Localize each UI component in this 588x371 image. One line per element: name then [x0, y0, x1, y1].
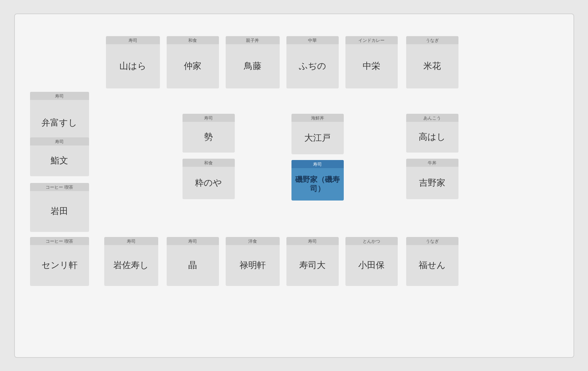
restaurant-name-takahasho: 高はし	[406, 122, 458, 153]
restaurant-card-sho[interactable]: 寿司晶	[167, 237, 219, 286]
restaurant-name-yoshinoya: 吉野家	[406, 167, 458, 199]
restaurant-name-torifuji: 鳥藤	[226, 44, 280, 88]
restaurant-category-sei: 寿司	[183, 114, 235, 122]
restaurant-card-yonehana[interactable]: うなぎ米花	[406, 36, 458, 88]
restaurant-category-fudino: 中華	[286, 36, 339, 44]
restaurant-name-nakaya: 仲家	[167, 44, 219, 88]
restaurant-name-iwata: 岩田	[30, 191, 89, 232]
restaurant-category-iwata: コーヒー 喫茶	[30, 183, 89, 191]
restaurant-card-sushidai[interactable]: 寿司寿司大	[286, 237, 339, 286]
restaurant-category-benzutomi: 寿司	[30, 92, 89, 100]
restaurant-name-chukei: 中栄	[345, 44, 398, 88]
restaurant-card-yoshinoya[interactable]: 牛丼吉野家	[406, 159, 458, 199]
restaurant-map: 寿司山はら和食仲家親子丼鳥藤中華ふぢのインドカレー中栄うなぎ米花寿司弁富すし寿司…	[14, 14, 574, 358]
restaurant-card-fukusen[interactable]: うなぎ福せん	[406, 237, 458, 286]
restaurant-card-nakaya[interactable]: 和食仲家	[167, 36, 219, 88]
restaurant-name-iwasazushi: 岩佐寿し	[104, 245, 158, 286]
restaurant-card-odakubo[interactable]: とんかつ小田保	[345, 237, 398, 286]
restaurant-name-yamahara: 山はら	[106, 44, 160, 88]
restaurant-category-torifuji: 親子丼	[226, 36, 280, 44]
restaurant-card-torifuji[interactable]: 親子丼鳥藤	[226, 36, 280, 88]
restaurant-category-yonehana: うなぎ	[406, 36, 458, 44]
restaurant-name-sushifumi: 鮨文	[30, 145, 89, 176]
restaurant-card-iwasazushi[interactable]: 寿司岩佐寿し	[104, 237, 158, 286]
restaurant-category-yoshinoya: 牛丼	[406, 159, 458, 167]
restaurant-name-sei: 勢	[183, 122, 235, 153]
restaurant-category-yamahara: 寿司	[106, 36, 160, 44]
restaurant-card-isonoya[interactable]: 寿司磯野家（磯寿司）	[291, 160, 344, 201]
restaurant-name-yonehana: 米花	[406, 44, 458, 88]
restaurant-name-oedo: 大江戸	[291, 122, 344, 154]
restaurant-card-iwata[interactable]: コーヒー 喫茶岩田	[30, 183, 89, 232]
restaurant-card-chukei[interactable]: インドカレー中栄	[345, 36, 398, 88]
restaurant-name-sushidai: 寿司大	[286, 245, 339, 286]
restaurant-card-sei[interactable]: 寿司勢	[183, 114, 235, 153]
restaurant-name-senri: センリ軒	[30, 245, 89, 286]
restaurant-card-sushifumi[interactable]: 寿司鮨文	[30, 137, 89, 176]
restaurant-name-sho: 晶	[167, 245, 219, 286]
restaurant-category-iwasazushi: 寿司	[104, 237, 158, 245]
restaurant-category-isonoya: 寿司	[291, 160, 344, 168]
restaurant-card-yamahara[interactable]: 寿司山はら	[106, 36, 160, 88]
restaurant-category-senri: コーヒー 喫茶	[30, 237, 89, 245]
restaurant-category-chukei: インドカレー	[345, 36, 398, 44]
restaurant-category-sushifumi: 寿司	[30, 137, 89, 145]
restaurant-category-takahasho: あんこう	[406, 114, 458, 122]
restaurant-category-kasuya: 和食	[183, 159, 235, 167]
restaurant-name-fukusen: 福せん	[406, 245, 458, 286]
restaurant-category-odakubo: とんかつ	[345, 237, 398, 245]
restaurant-card-fudino[interactable]: 中華ふぢの	[286, 36, 339, 88]
restaurant-card-senri[interactable]: コーヒー 喫茶センリ軒	[30, 237, 89, 286]
restaurant-category-oedo: 海鮮丼	[291, 114, 344, 122]
restaurant-category-fukusen: うなぎ	[406, 237, 458, 245]
restaurant-name-isonoya: 磯野家（磯寿司）	[291, 168, 344, 201]
restaurant-category-nakaya: 和食	[167, 36, 219, 44]
restaurant-name-odakubo: 小田保	[345, 245, 398, 286]
restaurant-name-kasuya: 粋のや	[183, 167, 235, 199]
restaurant-card-takahasho[interactable]: あんこう高はし	[406, 114, 458, 153]
restaurant-category-sushidai: 寿司	[286, 237, 339, 245]
restaurant-card-oedo[interactable]: 海鮮丼大江戸	[291, 114, 344, 154]
restaurant-name-fudino: ふぢの	[286, 44, 339, 88]
restaurant-card-kasuya[interactable]: 和食粋のや	[183, 159, 235, 199]
restaurant-name-rokumeiken: 禄明軒	[226, 245, 280, 286]
restaurant-card-rokumeiken[interactable]: 洋食禄明軒	[226, 237, 280, 286]
restaurant-category-rokumeiken: 洋食	[226, 237, 280, 245]
restaurant-category-sho: 寿司	[167, 237, 219, 245]
